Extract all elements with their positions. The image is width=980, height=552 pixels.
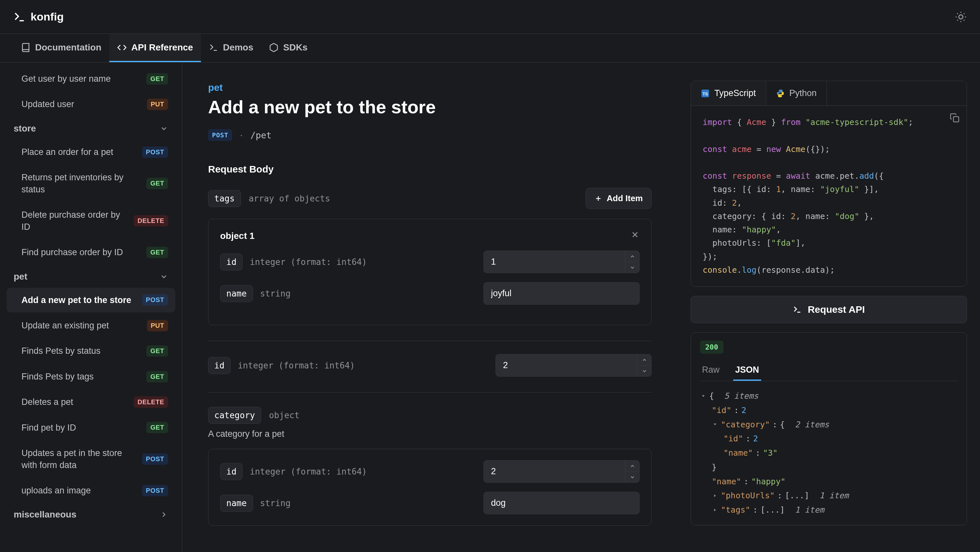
divider — [208, 392, 652, 392]
json-row[interactable]: "id" : 2 — [700, 432, 958, 446]
nav-label: API Reference — [131, 42, 193, 53]
theme-toggle[interactable] — [955, 11, 967, 23]
sidebar-item[interactable]: Delete purchase order by ID DELETE — [6, 203, 175, 239]
sidebar-group-pet[interactable]: pet — [6, 266, 175, 288]
sidebar-item-label: Updates a pet in the store with form dat… — [21, 447, 135, 471]
package-icon — [269, 43, 278, 53]
method-badge: POST — [142, 147, 168, 158]
json-tree: { 5 items "id" : 2 "category" : { 2 item… — [700, 389, 958, 517]
param-description: A category for a pet — [208, 429, 652, 439]
number-input[interactable] — [496, 354, 637, 376]
param-type: integer (format: int64) — [250, 257, 367, 267]
sidebar-item[interactable]: uploads an image POST — [6, 478, 175, 503]
sidebar-item[interactable]: Updates a pet in the store with form dat… — [6, 441, 175, 477]
status-badge: 200 — [700, 340, 724, 354]
caret-right-icon — [713, 493, 718, 498]
request-api-button[interactable]: Request API — [690, 296, 967, 323]
json-row[interactable]: "tags" : [...] 1 item — [700, 503, 958, 517]
param-type: string — [260, 289, 291, 298]
sidebar-group-store[interactable]: store — [6, 118, 175, 140]
sidebar-item-label: Returns pet inventories by status — [21, 172, 140, 195]
nav-api-reference[interactable]: API Reference — [109, 34, 201, 62]
sidebar-item[interactable]: Update an existing pet PUT — [6, 313, 175, 338]
step-down[interactable] — [625, 472, 639, 482]
step-up[interactable] — [625, 251, 639, 262]
nav-documentation[interactable]: Documentation — [13, 34, 109, 62]
cat-id-input[interactable] — [484, 460, 640, 483]
separator: · — [240, 130, 243, 140]
id-input[interactable] — [484, 250, 640, 273]
sidebar-item-label: Update an existing pet — [21, 320, 140, 331]
param-type: array of objects — [249, 194, 330, 203]
right-panel: TS TypeScript Python import { Acme } fro… — [678, 62, 980, 552]
sidebar-item-label: Delete purchase order by ID — [21, 209, 127, 233]
sidebar-item-label: Finds Pets by status — [21, 345, 140, 357]
sidebar: Get user by user name GET Updated user P… — [0, 62, 182, 552]
param-name: category — [208, 407, 261, 424]
nav-label: SDKs — [283, 42, 308, 53]
code-body: import { Acme } from "acme-typescript-sd… — [691, 106, 967, 286]
sidebar-item[interactable]: Get user by user name GET — [6, 66, 175, 91]
json-row[interactable]: { 5 items — [700, 389, 958, 403]
tab-python[interactable]: Python — [766, 81, 827, 105]
sidebar-item-label: Deletes a pet — [21, 396, 127, 408]
tab-typescript[interactable]: TS TypeScript — [691, 81, 766, 105]
cat-name-input[interactable] — [484, 492, 640, 514]
number-input[interactable] — [484, 461, 625, 482]
sidebar-group-misc[interactable]: miscellaneous — [6, 504, 175, 526]
sidebar-item-add-pet[interactable]: Add a new pet to the store POST — [6, 288, 175, 313]
chevron-down-icon — [160, 124, 168, 133]
text-input[interactable] — [484, 492, 639, 514]
root-id-input[interactable] — [496, 354, 652, 377]
chevron-down-icon — [160, 273, 168, 281]
sidebar-item[interactable]: Updated user PUT — [6, 92, 175, 116]
sidebar-item[interactable]: Finds Pets by status GET — [6, 338, 175, 363]
step-up[interactable] — [637, 354, 651, 365]
tab-json[interactable]: JSON — [733, 360, 761, 381]
tab-raw[interactable]: Raw — [700, 360, 722, 381]
method-badge: DELETE — [134, 396, 168, 408]
sidebar-item[interactable]: Find pet by ID GET — [6, 415, 175, 440]
sidebar-item-label: uploads an image — [21, 485, 135, 496]
step-up[interactable] — [625, 461, 639, 472]
step-down[interactable] — [625, 262, 639, 273]
sidebar-item-label: Find purchase order by ID — [21, 246, 140, 258]
sidebar-item[interactable]: Place an order for a pet POST — [6, 140, 175, 164]
method-badge: PUT — [147, 99, 169, 110]
sidebar-item[interactable]: Returns pet inventories by status GET — [6, 165, 175, 202]
method-badge: GET — [146, 73, 168, 85]
terminal-icon — [13, 10, 26, 24]
code-icon — [117, 43, 127, 53]
json-row[interactable]: "photoUrls" : [...] 1 item — [700, 488, 958, 503]
json-row[interactable]: "name" : "happy" — [700, 475, 958, 489]
sidebar-item[interactable]: Find purchase order by ID GET — [6, 240, 175, 265]
terminal-icon — [793, 305, 802, 314]
json-row[interactable]: "name" : "3" — [700, 446, 958, 460]
param-name: name — [220, 495, 253, 512]
svg-line-9 — [964, 13, 964, 14]
primary-nav: Documentation API Reference Demos SDKs — [0, 34, 980, 62]
method-badge: GET — [146, 371, 168, 383]
add-item-button[interactable]: Add Item — [585, 188, 652, 209]
sidebar-group-label: pet — [14, 271, 27, 282]
json-row[interactable]: "category" : { 2 items — [700, 418, 958, 432]
name-input[interactable] — [484, 282, 640, 305]
text-input[interactable] — [484, 282, 639, 304]
sidebar-item[interactable]: Finds Pets by tags GET — [6, 364, 175, 389]
copy-button[interactable] — [950, 113, 959, 127]
param-name: id — [220, 463, 243, 480]
nav-sdks[interactable]: SDKs — [261, 34, 315, 62]
brand-logo[interactable]: konfig — [13, 10, 64, 24]
number-input[interactable] — [484, 251, 625, 273]
nav-demos[interactable]: Demos — [201, 34, 261, 62]
param-name: id — [220, 254, 243, 270]
sidebar-item[interactable]: Deletes a pet DELETE — [6, 389, 175, 414]
caret-right-icon — [713, 507, 718, 513]
sidebar-item-label: Add a new pet to the store — [21, 294, 135, 306]
breadcrumb[interactable]: pet — [208, 82, 652, 93]
svg-line-4 — [957, 13, 958, 14]
close-button[interactable] — [630, 230, 640, 241]
json-row[interactable]: "id" : 2 — [700, 403, 958, 418]
svg-line-5 — [964, 19, 964, 20]
step-down[interactable] — [637, 365, 651, 376]
